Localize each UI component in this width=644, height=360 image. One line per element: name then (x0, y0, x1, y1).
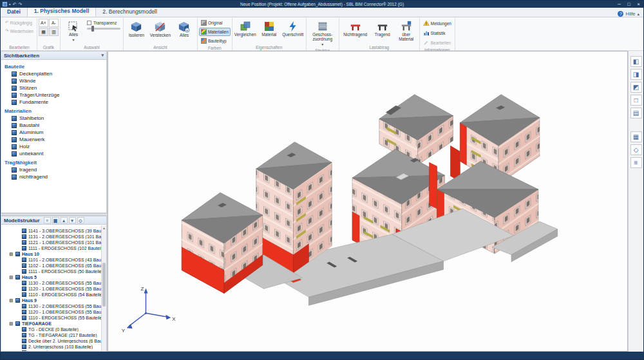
non-loadbearing-button[interactable]: Nichttragend (341, 19, 370, 39)
tab-berechnungsmodell[interactable]: 2. Berechnungsmodell (96, 7, 164, 17)
view-side-icon[interactable]: ◨ (630, 69, 642, 80)
tab-datei[interactable]: Datei (1, 7, 27, 17)
structure-row[interactable]: 1110 - ERDGESCHOSS (54 Bauteile) (1, 291, 106, 297)
colors-componenttype-button[interactable]: Bauteiltyp (199, 37, 229, 45)
transparency-slider[interactable] (87, 28, 120, 30)
grid-icon[interactable]: ▦ (630, 131, 642, 142)
structure-row[interactable]: Haus 5 (1, 274, 106, 279)
tree-filter-icon[interactable]: ◇ (77, 217, 84, 223)
visibility-row[interactable]: Wände (1, 77, 106, 84)
structure-row[interactable]: 1141 - 3.OBERGESCHOSS (39 Bauteile) (1, 227, 106, 233)
component-cube-icon[interactable] (12, 86, 17, 91)
visibility-row[interactable]: Mauerwerk (1, 136, 106, 143)
structure-row[interactable]: 1120 - 1.OBERGESCHOSS (55 Bauteile) (1, 285, 106, 291)
expander-icon[interactable] (9, 298, 14, 303)
component-cube-icon[interactable] (12, 137, 17, 142)
visibility-row[interactable]: unbekannt (1, 150, 106, 157)
save-icon[interactable]: ▪ (9, 2, 10, 6)
collapse-all-icon[interactable]: ▴ (61, 217, 68, 223)
redo-quick-icon[interactable]: ↷ (18, 2, 22, 6)
visibility-row[interactable]: Stahlbeton (1, 115, 106, 122)
structure-row[interactable]: Decke über 2. Untergeschoss (6 Bauteile) (1, 337, 106, 343)
list-icon[interactable]: ≡ (630, 157, 642, 168)
view-iso-icon[interactable]: ◩ (630, 82, 642, 93)
visibility-row[interactable]: Stützen (1, 84, 106, 91)
select-all-button[interactable]: Alles ▾ (62, 19, 85, 43)
structure-row[interactable]: 1101 - 2.OBERGESCHOSS (43 Bauteile) (1, 256, 106, 262)
show-all-button[interactable]: + Alles (173, 19, 196, 39)
material-button[interactable]: Material (258, 19, 281, 39)
messages-button[interactable]: Meldungen (421, 19, 453, 28)
visibility-row[interactable]: Bauteile (1, 63, 106, 70)
visibility-row[interactable]: Deckenplatten (1, 70, 106, 77)
structure-row[interactable]: 1110 - ERDGESCHOSS (55 Bauteile) (1, 314, 106, 320)
graphics-option-icon-1[interactable]: ▦ (39, 28, 48, 36)
colors-original-button[interactable]: Original (199, 19, 224, 27)
component-cube-icon[interactable] (12, 79, 17, 84)
structure-row[interactable]: TIEFGARAGE (1, 320, 106, 326)
structure-row[interactable]: Haus 9 (1, 297, 106, 303)
structure-row[interactable]: 1120 - 1.OBERGESCHOSS (55 Bauteile) (1, 308, 106, 314)
cross-section-button[interactable]: Querschnitt (281, 19, 305, 39)
undo-button[interactable]: ↶ Rückgängig (3, 19, 34, 26)
structure-row[interactable]: 1111 - ERDGESCHOSS (50 Bauteile) (1, 268, 106, 274)
visibility-row[interactable]: Baustahl (1, 122, 106, 129)
structure-row[interactable]: 1130 - 2.OBERGESCHOSS (55 Bauteile) (1, 279, 106, 285)
visibility-row[interactable]: Träger/Unterzüge (1, 91, 106, 99)
compare-button[interactable]: Vergleichen (234, 19, 257, 39)
view-top-icon[interactable]: □ (630, 95, 642, 106)
maximize-button[interactable]: □ (624, 1, 634, 8)
component-cube-icon[interactable] (12, 175, 17, 180)
expander-icon[interactable] (9, 275, 14, 279)
expander-icon[interactable] (9, 252, 14, 256)
expand-all-icon[interactable]: ▾ (69, 217, 76, 223)
font-decrease-button[interactable]: A- (49, 19, 59, 27)
component-cube-icon[interactable] (12, 123, 17, 128)
structure-row[interactable]: 1121 - 1.OBERGESCHOSS (101 Bauteile) (1, 239, 106, 245)
tree-menu-icon[interactable]: ≡ (44, 217, 51, 223)
colors-materials-button[interactable]: Materialien (199, 28, 231, 36)
edit-info-button[interactable]: Bearbeiten (421, 38, 453, 47)
visibility-row[interactable]: nichttragend (1, 173, 106, 180)
storey-assignment-button[interactable]: Geschoss­zuordnung ▾ (308, 19, 337, 48)
structure-row[interactable]: Haus 10 (1, 251, 106, 256)
component-cube-icon[interactable] (12, 100, 17, 105)
structure-row[interactable]: 1102 - 1.OBERGESCHOSS (65 Bauteile) (1, 262, 106, 268)
graphics-option-icon-2[interactable]: ▥ (49, 28, 59, 36)
help-icon[interactable]: ? (618, 11, 623, 17)
component-cube-icon[interactable] (12, 130, 17, 135)
expander-icon[interactable] (9, 321, 14, 326)
component-cube-icon[interactable] (12, 93, 17, 98)
loadbearing-button[interactable]: Tragend (371, 19, 394, 39)
scroll-up-icon[interactable]: ▲ (102, 225, 106, 231)
layers-icon[interactable]: ▤ (630, 108, 642, 118)
component-cube-icon[interactable] (12, 144, 17, 149)
measure-icon[interactable]: ◇ (630, 144, 642, 155)
structure-row[interactable]: 1131 - 2.OBERGESCHOSS (101 Bauteile) (1, 233, 106, 239)
visibility-row[interactable]: Tragfähigkeit (1, 159, 106, 166)
close-button[interactable]: × (634, 1, 643, 8)
redo-button[interactable]: ↷ Wiederholen (3, 27, 35, 35)
structure-row[interactable]: 1130 - 2.OBERGESCHOSS (55 Bauteile) (1, 303, 106, 308)
structure-row[interactable]: 1111 - ERDGESCHOSS (102 Bauteile) (1, 245, 106, 251)
structure-scrollbar[interactable]: ▲ (101, 225, 106, 351)
3d-building-model[interactable]: Z X Y (108, 52, 627, 351)
ribbon-collapse-icon[interactable]: ▴ (637, 12, 639, 17)
structure-row[interactable]: TG - TIEFGARAGE (217 Bauteile) (1, 332, 106, 337)
statistics-button[interactable]: Statistik (421, 28, 448, 37)
structure-row[interactable]: TG - DECKE (0 Bauteile) (1, 326, 106, 332)
hide-button[interactable]: Verstecken (149, 19, 172, 39)
slider-thumb[interactable] (91, 26, 94, 32)
tree-grid-icon[interactable]: ▦ (52, 217, 59, 223)
component-cube-icon[interactable] (12, 71, 17, 77)
undo-quick-icon[interactable]: ↶ (12, 2, 16, 6)
isolate-button[interactable]: Isolieren (125, 19, 148, 39)
component-cube-icon[interactable] (12, 151, 17, 156)
visibility-row[interactable]: Fundamente (1, 99, 106, 106)
component-cube-icon[interactable] (12, 116, 17, 121)
loadbearing-by-material-button[interactable]: über Material (395, 19, 418, 43)
structure-row[interactable]: 2. Untergeschoss (103 Bauteile) (1, 343, 106, 349)
viewport[interactable]: Z X Y (108, 51, 628, 352)
transparency-checkbox[interactable] (87, 21, 91, 25)
visibility-row[interactable]: tragend (1, 166, 106, 173)
